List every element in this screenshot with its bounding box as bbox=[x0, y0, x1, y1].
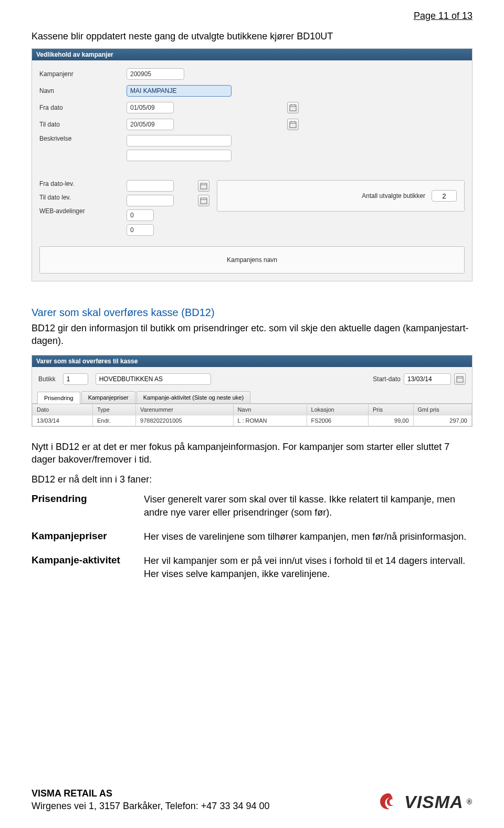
webavd-label: WEB-avdelinger bbox=[39, 207, 123, 215]
kampanjens-navn-label: Kampanjens navn bbox=[227, 256, 277, 264]
kampanjenr-label: Kampanjenr bbox=[39, 70, 123, 78]
calendar-icon[interactable] bbox=[287, 102, 299, 113]
col-pris[interactable]: Pris bbox=[368, 404, 413, 415]
svg-rect-12 bbox=[457, 376, 463, 382]
butikk-name-input[interactable] bbox=[96, 373, 211, 385]
tab-kampanjepriser[interactable]: Kampanjepriser bbox=[81, 391, 135, 403]
antall-utvalgte-label: Antall utvalgte butikker bbox=[362, 192, 425, 200]
cell-lokasjon: FS2006 bbox=[307, 415, 368, 426]
navn-label: Navn bbox=[39, 87, 123, 95]
tabs: Prisendring Kampanjepriser Kampanje-akti… bbox=[32, 391, 472, 404]
def-desc-prisendring: Viser generelt varer som skal over til k… bbox=[144, 493, 472, 519]
prisendring-table: Dato Type Varenummer Navn Lokasjon Pris … bbox=[32, 404, 472, 426]
intro-text: Kassene blir oppdatert neste gang de utv… bbox=[32, 31, 472, 42]
tildato-label: Til dato bbox=[39, 121, 123, 128]
butikk-label: Butikk bbox=[38, 375, 56, 383]
antall-utvalgte-box: Antall utvalgte butikker bbox=[217, 180, 465, 212]
webavd-input-2[interactable] bbox=[127, 224, 154, 236]
def-term-prisendring: Prisendring bbox=[32, 493, 136, 519]
col-varenummer[interactable]: Varenummer bbox=[136, 404, 234, 415]
kampanjenr-input[interactable] bbox=[127, 68, 184, 80]
col-lokasjon[interactable]: Lokasjon bbox=[307, 404, 368, 415]
antall-utvalgte-input[interactable] bbox=[432, 190, 457, 202]
panel2-titlebar: Varer som skal overføres til kasse bbox=[32, 355, 472, 367]
fradato-input[interactable] bbox=[127, 102, 174, 113]
def-desc-kampanje-aktivitet: Her vil kampanjer som er på vei inn/ut v… bbox=[144, 554, 472, 580]
tildatolev-label: Til dato lev. bbox=[39, 194, 123, 201]
swirl-icon bbox=[378, 791, 399, 812]
fradato-label: Fra dato bbox=[39, 104, 123, 111]
beskrivelse-input-2[interactable] bbox=[127, 150, 232, 161]
tildato-input[interactable] bbox=[127, 119, 174, 130]
svg-rect-10 bbox=[201, 198, 207, 204]
col-type[interactable]: Type bbox=[93, 404, 136, 415]
page-number: Page 11 of 13 bbox=[32, 11, 472, 22]
cell-gmlpris: 297,00 bbox=[413, 415, 471, 426]
cell-type: Endr. bbox=[93, 415, 136, 426]
col-dato[interactable]: Dato bbox=[33, 404, 93, 415]
def-term-kampanjepriser: Kampanjepriser bbox=[32, 530, 136, 543]
cell-dato: 13/03/14 bbox=[33, 415, 93, 426]
table-row[interactable]: 13/03/14 Endr. 9788202201005 L : ROMAN F… bbox=[33, 415, 472, 426]
calendar-icon[interactable] bbox=[198, 180, 209, 192]
fradatolev-label: Fra dato-lev. bbox=[39, 180, 123, 187]
overfores-kasse-panel: Varer som skal overføres til kasse Butik… bbox=[32, 355, 472, 427]
footer-company: VISMA RETAIL AS bbox=[32, 788, 269, 800]
para-bd12-1: BD12 gir den informasjon til butikk om p… bbox=[32, 322, 472, 348]
tildatolev-input[interactable] bbox=[127, 195, 174, 206]
fradatolev-input[interactable] bbox=[127, 180, 174, 192]
def-desc-kampanjepriser: Her vises de varelinjene som tilhører ka… bbox=[144, 530, 472, 543]
webavd-input-1[interactable] bbox=[127, 209, 154, 221]
col-gmlpris[interactable]: Gml pris bbox=[413, 404, 471, 415]
tab-kampanje-aktivitet[interactable]: Kampanje-aktivitet (Siste og neste uke) bbox=[136, 391, 250, 403]
def-term-kampanje-aktivitet: Kampanje-aktivitet bbox=[32, 554, 136, 580]
beskrivelse-input-1[interactable] bbox=[127, 135, 232, 146]
panel-titlebar: Vedlikehold av kampanjer bbox=[32, 49, 472, 60]
kampanjens-navn-box: Kampanjens navn bbox=[39, 246, 465, 274]
para-bd12-3: BD12 er nå delt inn i 3 faner: bbox=[32, 473, 472, 486]
cell-navn: L : ROMAN bbox=[233, 415, 307, 426]
startdato-label: Start-dato bbox=[373, 375, 401, 383]
section-heading-bd12[interactable]: Varer som skal overføres kasse (BD12) bbox=[32, 307, 472, 319]
svg-rect-8 bbox=[201, 183, 207, 189]
butikk-id-input[interactable] bbox=[63, 373, 88, 385]
tab-prisendring[interactable]: Prisendring bbox=[37, 392, 80, 404]
page-footer: VISMA RETAIL AS Wirgenes vei 1, 3157 Bar… bbox=[32, 788, 472, 812]
para-bd12-2: Nytt i BD12 er at det er mer fokus på ka… bbox=[32, 441, 472, 466]
cell-varenummer: 9788202201005 bbox=[136, 415, 234, 426]
col-navn[interactable]: Navn bbox=[233, 404, 307, 415]
beskrivelse-label: Beskrivelse bbox=[39, 135, 123, 142]
logo: VISMA® bbox=[378, 791, 472, 812]
svg-rect-0 bbox=[290, 105, 296, 111]
startdato-input[interactable] bbox=[404, 373, 451, 385]
calendar-icon[interactable] bbox=[287, 119, 299, 130]
navn-input[interactable] bbox=[127, 85, 232, 97]
calendar-icon[interactable] bbox=[454, 373, 466, 385]
visma-wordmark: VISMA® bbox=[404, 792, 472, 812]
calendar-icon[interactable] bbox=[198, 195, 209, 206]
svg-rect-4 bbox=[290, 122, 296, 128]
cell-pris: 99,00 bbox=[368, 415, 413, 426]
footer-address: Wirgenes vei 1, 3157 Barkåker, Telefon: … bbox=[32, 800, 269, 812]
kampanje-form-panel: Vedlikehold av kampanjer Kampanjenr Navn… bbox=[32, 48, 472, 281]
